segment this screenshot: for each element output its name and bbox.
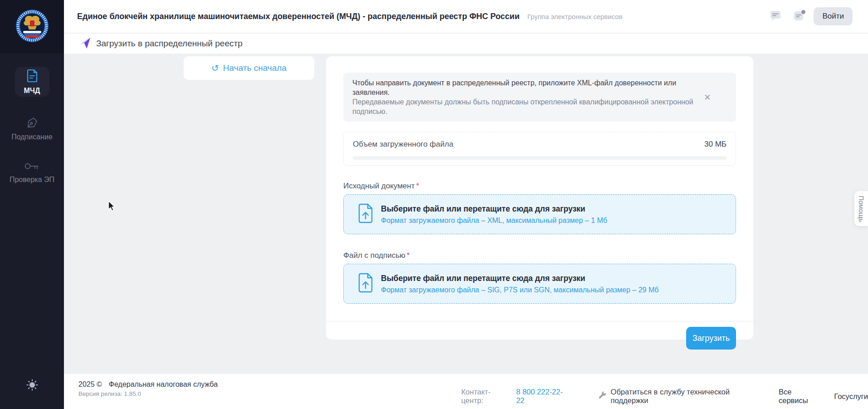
app-title: Единое блокчейн хранилище машиночитаемых…	[77, 12, 520, 21]
chat-icon	[770, 10, 781, 23]
topbar-actions: Войти	[767, 7, 853, 25]
contact-phone-link[interactable]: 8 800 222-22-22	[516, 388, 570, 405]
top-bar: Единое блокчейн хранилище машиночитаемых…	[64, 0, 868, 33]
file-upload-icon	[358, 272, 373, 295]
chat-button[interactable]	[767, 8, 784, 25]
uploaded-volume-box: Объем загруженного файла 30 МБ	[343, 132, 736, 166]
login-button[interactable]: Войти	[814, 7, 853, 25]
tech-support-label: Обратиться в службу технической поддержк…	[611, 388, 767, 405]
send-plane-icon	[79, 37, 91, 51]
restart-button[interactable]: ↺ Начать сначала	[184, 56, 314, 80]
pen-nib-icon	[26, 117, 38, 130]
dropzone-title: Выберите файл или перетащите сюда для за…	[381, 274, 658, 283]
dropzone-hint: Формат загружаемого файла – XML, максима…	[381, 217, 607, 225]
source-document-label: Исходный документ*	[343, 182, 736, 191]
sidebar-item-verify-signature[interactable]: Проверка ЭП	[10, 161, 54, 184]
document-icon	[26, 69, 38, 84]
gosuslugi-link[interactable]: Госуслуги	[834, 392, 868, 401]
sidebar-item-label: Проверка ЭП	[10, 176, 54, 184]
fns-logo	[15, 9, 49, 44]
wrench-icon	[598, 391, 607, 402]
sidebar: МЧД Подписание Проверка ЭП	[0, 0, 64, 409]
restart-circle-arrow-icon: ↺	[211, 64, 219, 73]
sidebar-item-mchd[interactable]: МЧД	[15, 67, 49, 97]
file-upload-icon	[358, 203, 373, 226]
main-area: ↺ Начать сначала Чтобы направить докумен…	[64, 54, 868, 374]
source-document-dropzone[interactable]: Выберите файл или перетащите сюда для за…	[343, 194, 736, 234]
notification-badge	[801, 10, 805, 14]
signature-file-label: Файл с подписью*	[343, 251, 736, 260]
dropzone-title: Выберите файл или перетащите сюда для за…	[381, 204, 607, 214]
sidebar-item-signing[interactable]: Подписание	[11, 117, 53, 141]
required-asterisk: *	[416, 182, 419, 190]
footer-organization: Федеральная налоговая служба	[109, 380, 218, 389]
info-banner-text-1: Чтобы направить документ в распределенны…	[352, 78, 695, 97]
sidebar-item-label: МЧД	[24, 87, 40, 95]
sun-icon	[26, 379, 38, 393]
info-banner-text-2: Передаваемые документы должны быть подпи…	[352, 97, 695, 116]
page-title: Загрузить в распределенный реестр	[96, 39, 243, 49]
help-tab[interactable]: Помощь	[854, 191, 868, 226]
all-services-link[interactable]: Все сервисы	[779, 388, 822, 405]
services-group-label: Группа электронных сервисов	[527, 13, 623, 20]
footer: 2025 © Федеральная налоговая служба Верс…	[64, 374, 868, 409]
footer-year: 2025 ©	[78, 380, 102, 389]
tech-support-link[interactable]: Обратиться в службу технической поддержк…	[598, 388, 767, 405]
contact-center-label: Контакт-центр:	[461, 388, 512, 405]
footer-left: 2025 © Федеральная налоговая служба Верс…	[78, 380, 218, 397]
sidebar-nav: МЧД Подписание Проверка ЭП	[0, 54, 64, 184]
help-tab-label: Помощь	[858, 196, 865, 222]
key-icon	[24, 161, 39, 173]
upload-submit-button[interactable]: Загрузить	[686, 327, 736, 350]
banner-close-icon[interactable]: ✕	[704, 93, 711, 102]
signature-file-dropzone[interactable]: Выберите файл или перетащите сюда для за…	[343, 264, 736, 304]
theme-toggle-button[interactable]	[0, 379, 64, 393]
restart-button-label: Начать сначала	[223, 63, 287, 73]
upload-card: Чтобы направить документ в распределенны…	[326, 56, 753, 340]
footer-right: Контакт-центр: 8 800 222-22-22 Обратитьс…	[461, 388, 868, 405]
page-title-row: Загрузить в распределенный реестр	[64, 34, 868, 54]
uploaded-volume-label: Объем загруженного файла	[353, 140, 454, 149]
dropzone-hint: Формат загружаемого файла – SIG, P7S или…	[381, 286, 658, 294]
uploaded-volume-value: 30 МБ	[704, 140, 727, 149]
upload-progress-bar	[353, 156, 727, 160]
card-footer: Загрузить	[343, 321, 736, 359]
sidebar-item-label: Подписание	[11, 133, 53, 141]
required-asterisk: *	[407, 251, 410, 260]
info-banner: Чтобы направить документ в распределенны…	[343, 73, 736, 122]
logo-block	[0, 0, 64, 54]
notifications-button[interactable]	[790, 8, 807, 25]
release-version: Версия релиза: 1.85.0	[78, 390, 218, 397]
